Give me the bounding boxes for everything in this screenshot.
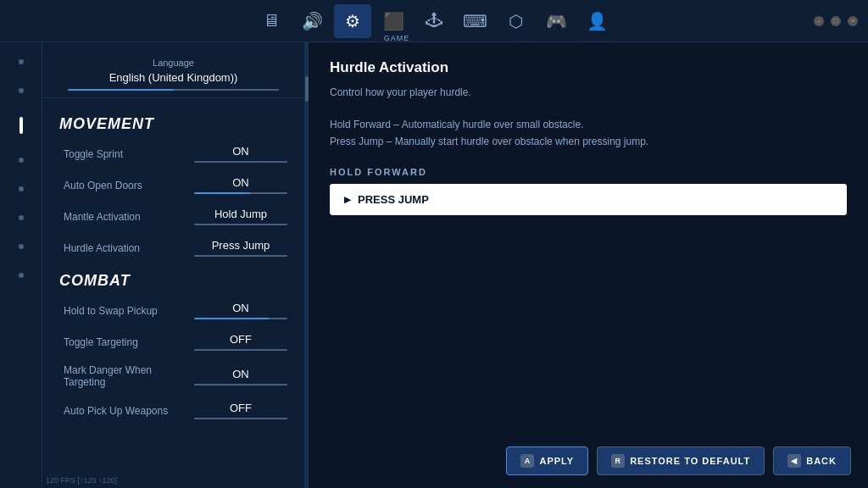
speaker-nav-icon[interactable]: 🔊: [293, 4, 331, 38]
maximize-button[interactable]: □: [831, 16, 841, 26]
detail-title: Hurdle Activation: [330, 59, 847, 76]
restore-label: RESTORE TO DEFAULT: [630, 456, 750, 466]
auto-pick-up-value: OFF: [230, 402, 252, 414]
mark-danger-value: ON: [232, 368, 249, 380]
hold-to-swap-row[interactable]: Hold to Swap Pickup ON: [42, 295, 304, 326]
hurdle-activation-label: Hurdle Activation: [64, 242, 190, 254]
auto-pick-up-slider: [194, 418, 287, 419]
movement-header: MOVEMENT: [42, 107, 304, 138]
press-jump-option[interactable]: ▶ PRESS JUMP: [330, 184, 847, 215]
mark-danger-slider: [194, 384, 287, 385]
settings-panel: Language English (United Kingdom)) MOVEM…: [42, 42, 305, 488]
detail-desc-line1: Control how your player hurdle.: [330, 86, 471, 98]
restore-icon: R: [611, 454, 625, 468]
detail-desc-line3: Press Jump – Manually start hurdle over …: [330, 136, 648, 147]
mark-danger-value-wrap: ON: [190, 368, 292, 385]
main-content: Language English (United Kingdom)) MOVEM…: [0, 42, 868, 488]
hold-to-swap-slider: [194, 318, 287, 319]
toggle-sprint-value-wrap: ON: [190, 145, 292, 163]
nav-icons: 🖥 🔊 ⚙ GAME GAME ⬛ 🕹 ⌨ ⬡ 🎮 👤: [253, 4, 615, 38]
restore-button[interactable]: R RESTORE TO DEFAULT: [597, 446, 765, 475]
person-nav-icon[interactable]: 👤: [578, 4, 615, 38]
auto-open-doors-value-wrap: ON: [190, 176, 292, 194]
sidebar-dot-active[interactable]: [19, 117, 23, 134]
mark-danger-row[interactable]: Mark Danger When Targeting ON: [42, 358, 304, 395]
combat-header: COMBAT: [42, 263, 304, 295]
press-jump-label: PRESS JUMP: [358, 193, 429, 206]
sidebar-dot-2[interactable]: [19, 88, 24, 93]
detail-description: Control how your player hurdle. Hold For…: [330, 85, 847, 150]
language-value: English (United Kingdom)): [59, 71, 287, 84]
mantle-activation-value-wrap: Hold Jump: [190, 208, 292, 225]
network-nav-icon[interactable]: ⬡: [497, 4, 534, 38]
sidebar-dot-6[interactable]: [19, 215, 24, 220]
sidebar-dot-8[interactable]: [19, 273, 24, 278]
keyboard-nav-icon[interactable]: ⌨: [456, 4, 493, 38]
mantle-activation-label: Mantle Activation: [64, 211, 190, 223]
toggle-targeting-value: OFF: [230, 333, 252, 346]
language-label: Language: [59, 58, 287, 68]
apply-button[interactable]: A APPLY: [506, 446, 588, 475]
mantle-activation-value: Hold Jump: [214, 208, 267, 220]
toggle-sprint-label: Toggle Sprint: [64, 148, 190, 160]
gear-nav-label-row: GAME: [378, 34, 415, 42]
hurdle-activation-slider: [194, 255, 287, 257]
sidebar-dot-1[interactable]: [19, 59, 24, 64]
display-nav-icon[interactable]: ⬛: [375, 4, 412, 38]
gear-nav-icon[interactable]: ⚙ GAME GAME: [334, 4, 371, 38]
back-button[interactable]: ◀ BACK: [773, 446, 851, 475]
sidebar-dot-7[interactable]: [19, 244, 24, 249]
auto-open-doors-row[interactable]: Auto Open Doors ON: [42, 169, 304, 201]
top-bar: – □ × 🖥 🔊 ⚙ GAME GAME ⬛ 🕹 ⌨ ⬡ 🎮 👤: [0, 0, 868, 42]
sidebar-dot-4[interactable]: [19, 158, 24, 163]
toggle-sprint-slider: [194, 161, 287, 163]
hold-to-swap-value: ON: [232, 302, 249, 314]
detail-panel: Hurdle Activation Control how your playe…: [309, 42, 868, 488]
toggle-targeting-row[interactable]: Toggle Targeting OFF: [42, 326, 304, 358]
toggle-targeting-label: Toggle Targeting: [64, 336, 190, 348]
language-row: Language English (United Kingdom)): [42, 51, 304, 98]
hurdle-activation-value-wrap: Press Jump: [190, 239, 292, 257]
auto-open-doors-slider: [194, 192, 287, 194]
auto-open-doors-label: Auto Open Doors: [64, 180, 190, 191]
toggle-targeting-value-wrap: OFF: [190, 333, 292, 351]
back-label: BACK: [806, 456, 837, 466]
option-arrow-icon: ▶: [344, 195, 351, 204]
controller2-nav-icon[interactable]: 🕹: [415, 4, 453, 38]
action-bar: A APPLY R RESTORE TO DEFAULT ◀ BACK: [506, 446, 851, 475]
close-button[interactable]: ×: [848, 16, 858, 26]
auto-pick-up-row[interactable]: Auto Pick Up Weapons OFF: [42, 395, 304, 426]
sidebar-dots: [0, 42, 42, 488]
detail-desc-line2: Hold Forward – Automaticaly hurdle over …: [330, 119, 583, 130]
language-bar: [68, 89, 279, 91]
auto-pick-up-label: Auto Pick Up Weapons: [64, 405, 190, 417]
toggle-sprint-value: ON: [232, 145, 249, 158]
hurdle-activation-row[interactable]: Hurdle Activation Press Jump: [42, 232, 304, 263]
window-controls: – □ ×: [814, 16, 858, 26]
hold-to-swap-value-wrap: ON: [190, 302, 292, 319]
mantle-activation-slider: [194, 224, 287, 225]
hurdle-activation-value: Press Jump: [212, 239, 270, 252]
mark-danger-label: Mark Danger When Targeting: [64, 364, 190, 388]
minimize-button[interactable]: –: [814, 16, 824, 26]
auto-pick-up-value-wrap: OFF: [190, 402, 292, 419]
sidebar-dot-5[interactable]: [19, 186, 24, 191]
apply-label: APPLY: [539, 456, 574, 466]
fps-counter: 120 FPS [↑120 ↑120]: [46, 476, 117, 485]
back-icon: ◀: [787, 454, 801, 468]
apply-icon: A: [520, 454, 534, 468]
toggle-targeting-slider: [194, 349, 287, 351]
gamepad-nav-icon[interactable]: 🎮: [537, 4, 575, 38]
toggle-sprint-row[interactable]: Toggle Sprint ON: [42, 138, 304, 169]
mantle-activation-row[interactable]: Mantle Activation Hold Jump: [42, 201, 304, 232]
hold-to-swap-label: Hold to Swap Pickup: [64, 305, 190, 317]
hold-forward-option-label: HOLD FORWARD: [330, 167, 847, 177]
auto-open-doors-value: ON: [232, 176, 249, 189]
monitor-nav-icon[interactable]: 🖥: [253, 4, 290, 38]
game-label: GAME: [384, 34, 410, 42]
